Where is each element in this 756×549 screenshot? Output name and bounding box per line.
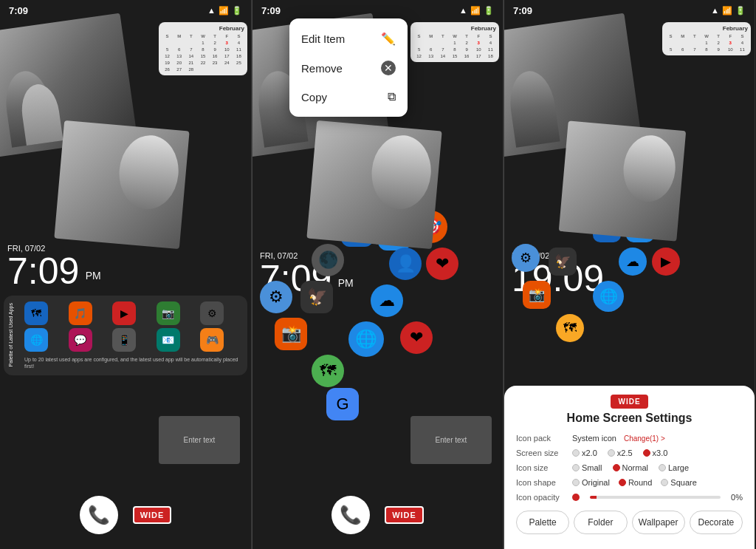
wide-badge-left[interactable]: WIDE [133, 506, 172, 524]
edit-icon: ✏️ [381, 32, 396, 46]
copy-menu[interactable]: Copy ⧉ [289, 83, 408, 111]
edit-item-menu[interactable]: Edit Item ✏️ [289, 24, 408, 53]
signal-icon-m: 📶 [470, 6, 481, 16]
s-icon-13[interactable]: 🗺 [312, 355, 344, 387]
app-icon-2[interactable]: 🎵 [69, 301, 92, 325]
icon-pack-row: Icon pack System icon Change(1) > [516, 434, 743, 443]
status-icons-right: ▲ 📶 🔋 [711, 6, 746, 16]
s-icon-8[interactable]: 🦅 [300, 281, 333, 313]
settings-title: Home Screen Settings [516, 412, 743, 425]
decorate-button[interactable]: Decorate [690, 511, 743, 534]
palette-area-left: Palette of Latest Used Apps 🗺 🎵 ▶ 📷 ⚙ 🌐 … [4, 296, 247, 375]
bottom-bar-left: 📞 WIDE [0, 496, 251, 534]
clock-left: FRI, 07/02 7:09 PM [7, 244, 101, 290]
wifi-icon-r: ▲ [711, 6, 719, 15]
icon-size-large-radio[interactable] [659, 464, 666, 471]
screen-size-2-5x-label: x2.5 [617, 449, 633, 457]
photo-tile-middle-2 [306, 120, 441, 249]
status-time-middle: 7:09 [261, 5, 281, 16]
folder-button[interactable]: Folder [574, 511, 627, 534]
sr-icon-9[interactable]: 🗺 [556, 314, 584, 342]
change-link[interactable]: Change(1) > [624, 434, 665, 443]
icon-pack-value: System icon [572, 434, 616, 443]
copy-label: Copy [301, 91, 327, 103]
settings-wide-badge: WIDE [611, 395, 647, 409]
sr-icon-3[interactable]: ⚙ [512, 244, 540, 272]
app-icon-7[interactable]: 💬 [69, 328, 92, 352]
s-icon-6[interactable]: ❤ [426, 248, 458, 280]
screen-size-2-5x-radio[interactable] [608, 449, 615, 457]
sr-icon-8[interactable]: 🌐 [593, 281, 624, 312]
status-time-right: 7:09 [513, 5, 532, 16]
icon-shape-square-radio[interactable] [661, 479, 668, 486]
photo-tile-right-2 [559, 120, 686, 241]
icon-size-small-label: Small [582, 463, 602, 472]
status-bar-left: 7:09 ▲ 📶 🔋 [0, 0, 251, 21]
text-widget-left[interactable]: Enter text [159, 416, 240, 464]
panel-right: 7:09 ▲ 📶 🔋 February SMTWTFS 1234 5678910… [504, 0, 755, 549]
wide-badge-middle[interactable]: WIDE [385, 506, 424, 524]
status-icons-middle: ▲ 📶 🔋 [459, 6, 494, 16]
icon-opacity-label: Icon opacity [516, 493, 568, 502]
s-icon-7[interactable]: ⚙ [260, 281, 292, 313]
icon-shape-round-radio[interactable] [619, 479, 626, 486]
s-icon-9[interactable]: ☁ [371, 284, 403, 317]
sr-icon-5[interactable]: ☁ [619, 248, 647, 276]
opacity-slider[interactable] [590, 496, 721, 499]
battery-icon-m: 🔋 [484, 6, 494, 16]
icon-pack-label: Icon pack [516, 434, 568, 443]
calendar-widget-left: February S M T W T F S 1234 567891011 12… [159, 22, 247, 75]
battery-icon-r: 🔋 [735, 6, 746, 16]
s-icon-12[interactable]: ❤ [400, 321, 433, 354]
screen-size-2x-radio[interactable] [572, 449, 580, 457]
calendar-widget-right: February SMTWTFS 1234 567891011 [662, 22, 751, 55]
palette-button[interactable]: Palette [516, 511, 569, 534]
icon-size-label: Icon size [516, 463, 568, 472]
wallpaper-button[interactable]: Wallpaper [632, 511, 685, 534]
app-icon-5[interactable]: ⚙ [200, 301, 224, 325]
icon-size-small-radio[interactable] [572, 464, 580, 471]
status-bar-middle: 7:09 ▲ 📶 🔋 [252, 0, 503, 21]
text-widget-label-middle: Enter text [436, 436, 467, 444]
remove-menu[interactable]: Remove ✕ [289, 53, 408, 83]
s-icon-4[interactable]: 🌑 [312, 244, 344, 276]
app-icon-3[interactable]: ▶ [112, 301, 136, 325]
wifi-icon-m: ▲ [459, 6, 467, 15]
panel-left: 7:09 ▲ 📶 🔋 February S M T W T F S 1234 5… [0, 0, 252, 549]
icon-size-normal-radio[interactable] [613, 464, 620, 471]
palette-description: Up to 20 latest used apps are configured… [24, 356, 241, 369]
app-icon-4[interactable]: 📷 [157, 301, 180, 325]
phone-icon-left[interactable]: 📞 [80, 496, 118, 534]
app-icon-10[interactable]: 🎮 [200, 328, 224, 352]
s-icon-14[interactable]: G [326, 388, 359, 420]
clock-time-left: 7:09 [7, 250, 79, 292]
s-icon-5[interactable]: 👤 [389, 248, 422, 280]
signal-icon: 📶 [219, 6, 229, 16]
text-widget-label-left: Enter text [184, 436, 216, 444]
panel-middle: 7:09 ▲ 📶 🔋 Edit Item ✏️ Remove ✕ Copy ⧉ … [252, 0, 504, 549]
icon-shape-label: Icon shape [516, 478, 568, 487]
copy-icon: ⧉ [388, 90, 396, 103]
app-icon-1[interactable]: 🗺 [24, 301, 48, 325]
sr-icon-4[interactable]: 🦅 [549, 248, 577, 276]
screen-size-label: Screen size [516, 449, 568, 457]
icon-shape-round-label: Round [628, 478, 652, 487]
s-icon-10[interactable]: 📸 [275, 318, 307, 350]
icon-shape-original-radio[interactable] [572, 479, 580, 486]
remove-icon: ✕ [381, 61, 396, 75]
context-menu: Edit Item ✏️ Remove ✕ Copy ⧉ [289, 18, 408, 117]
battery-icon: 🔋 [232, 6, 242, 16]
phone-icon-middle[interactable]: 📞 [331, 496, 370, 534]
app-icon-8[interactable]: 📱 [112, 328, 136, 352]
app-icon-6[interactable]: 🌐 [24, 328, 48, 352]
clock-ampm-left: PM [86, 270, 101, 282]
screen-size-3x-radio[interactable] [643, 449, 650, 457]
s-icon-11[interactable]: 🌐 [348, 321, 384, 357]
icon-shape-original-label: Original [582, 478, 610, 487]
sr-icon-6[interactable]: ▶ [652, 248, 680, 276]
text-widget-middle[interactable]: Enter text [410, 416, 492, 464]
app-icon-9[interactable]: 📧 [157, 328, 180, 352]
sr-icon-7[interactable]: 📸 [523, 281, 551, 309]
palette-label: Palette of Latest Used Apps [8, 303, 14, 366]
wifi-icon: ▲ [207, 6, 216, 15]
